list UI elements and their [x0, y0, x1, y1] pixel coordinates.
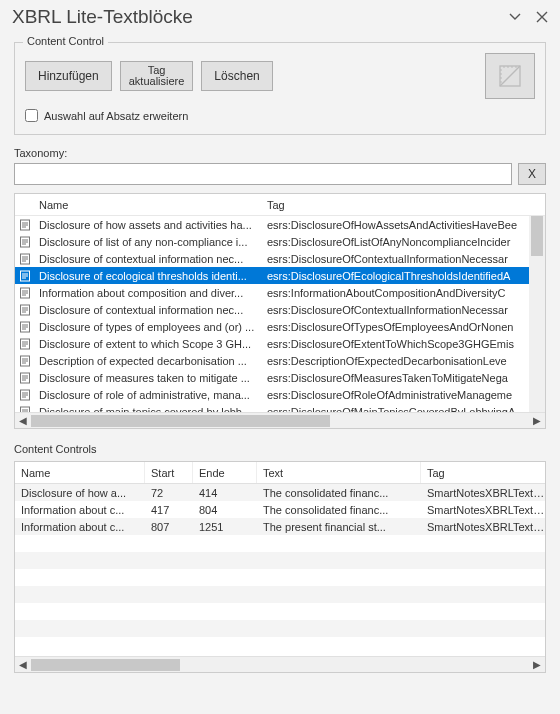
cc-start: 72: [145, 487, 193, 499]
row-name: Disclosure of types of employees and (or…: [35, 321, 263, 333]
table-row[interactable]: Disclosure of types of employees and (or…: [15, 318, 545, 335]
document-icon: [15, 338, 35, 350]
row-name: Disclosure of list of any non-compliance…: [35, 236, 263, 248]
row-tag: esrs:DisclosureOfListOfAnyNoncomplianceI…: [263, 236, 545, 248]
table-row[interactable]: Disclosure of contextual information nec…: [15, 250, 545, 267]
document-icon: [15, 219, 35, 231]
tag-update-button[interactable]: Tag aktualisiere: [120, 61, 194, 91]
document-icon: [15, 355, 35, 367]
row-name: Description of expected decarbonisation …: [35, 355, 263, 367]
document-icon: [15, 321, 35, 333]
table-row[interactable]: Description of expected decarbonisation …: [15, 352, 545, 369]
row-tag: esrs:DisclosureOfHowAssetsAndActivitiesH…: [263, 219, 545, 231]
content-controls-grid: Name Start Ende Text Tag Disclosure of h…: [14, 461, 546, 673]
table-row[interactable]: Disclosure of how a...72414The consolida…: [15, 484, 545, 501]
panel-title: XBRL Lite-Textblöcke: [12, 6, 193, 28]
row-name: Disclosure of contextual information nec…: [35, 253, 263, 265]
scroll-right-icon[interactable]: ▶: [529, 413, 545, 429]
ruler-icon: [496, 62, 524, 90]
row-name: Disclosure of extent to which Scope 3 GH…: [35, 338, 263, 350]
col2-name[interactable]: Name: [15, 462, 145, 483]
taxonomy-grid-body[interactable]: Disclosure of how assets and activities …: [15, 216, 545, 412]
row-tag: esrs:DisclosureOfExtentToWhichScope3GHGE…: [263, 338, 545, 350]
cc-text: The consolidated financ...: [257, 487, 421, 499]
cc-name: Disclosure of how a...: [15, 487, 145, 499]
content-control-group: Content Control Hinzufügen Tag aktualisi…: [14, 42, 546, 135]
table-row[interactable]: Disclosure of list of any non-compliance…: [15, 233, 545, 250]
col2-start[interactable]: Start: [145, 462, 193, 483]
taxonomy-clear-button[interactable]: X: [518, 163, 546, 185]
table-row[interactable]: Disclosure of how assets and activities …: [15, 216, 545, 233]
cc-name: Information about c...: [15, 504, 145, 516]
row-tag: esrs:DisclosureOfMeasuresTakenToMitigate…: [263, 372, 545, 384]
row-name: Disclosure of contextual information nec…: [35, 304, 263, 316]
expand-selection-row[interactable]: Auswahl auf Absatz erweitern: [25, 109, 535, 122]
table-row-empty: [15, 620, 545, 637]
row-name: Disclosure of how assets and activities …: [35, 219, 263, 231]
cc-tag: SmartNotesXBRLTextblockT: [421, 521, 545, 533]
table-row[interactable]: Disclosure of measures taken to mitigate…: [15, 369, 545, 386]
cc-text: The consolidated financ...: [257, 504, 421, 516]
content-controls-body[interactable]: Disclosure of how a...72414The consolida…: [15, 484, 545, 656]
content-controls-label: Content Controls: [14, 443, 546, 455]
cc-start: 417: [145, 504, 193, 516]
document-icon: [15, 253, 35, 265]
document-icon: [15, 287, 35, 299]
cc-tag: SmartNotesXBRLTextblockT: [421, 504, 545, 516]
table-row[interactable]: Disclosure of role of administrative, ma…: [15, 386, 545, 403]
col-header-name[interactable]: Name: [35, 199, 263, 211]
expand-selection-label: Auswahl auf Absatz erweitern: [44, 110, 188, 122]
titlebar-controls: [508, 10, 548, 24]
chevron-down-icon[interactable]: [508, 10, 522, 24]
col-header-tag[interactable]: Tag: [263, 199, 545, 211]
close-icon[interactable]: [536, 11, 548, 23]
table-row[interactable]: Information about c...417804The consolid…: [15, 501, 545, 518]
row-name: Information about composition and diver.…: [35, 287, 263, 299]
content-control-legend: Content Control: [23, 35, 108, 47]
expand-selection-checkbox[interactable]: [25, 109, 38, 122]
titlebar: XBRL Lite-Textblöcke: [0, 0, 560, 38]
horizontal-scrollbar-2[interactable]: ◀ ▶: [15, 656, 545, 672]
delete-button[interactable]: Löschen: [201, 61, 272, 91]
cc-start: 807: [145, 521, 193, 533]
table-row[interactable]: Information about composition and diver.…: [15, 284, 545, 301]
row-name: Disclosure of measures taken to mitigate…: [35, 372, 263, 384]
document-icon: [15, 236, 35, 248]
table-row[interactable]: Disclosure of extent to which Scope 3 GH…: [15, 335, 545, 352]
row-tag: esrs:DisclosureOfRoleOfAdministrativeMan…: [263, 389, 545, 401]
document-icon: [15, 372, 35, 384]
col2-text[interactable]: Text: [257, 462, 421, 483]
document-icon: [15, 304, 35, 316]
row-tag: esrs:InformationAboutCompositionAndDiver…: [263, 287, 545, 299]
taxonomy-grid: Name Tag Disclosure of how assets and ac…: [14, 193, 546, 429]
col2-ende[interactable]: Ende: [193, 462, 257, 483]
cc-text: The present financial st...: [257, 521, 421, 533]
horizontal-scrollbar[interactable]: ◀ ▶: [15, 412, 545, 428]
row-name: Disclosure of role of administrative, ma…: [35, 389, 263, 401]
vertical-scrollbar[interactable]: [529, 216, 545, 412]
table-row-empty: [15, 603, 545, 620]
col2-tag[interactable]: Tag: [421, 462, 545, 483]
taxonomy-label: Taxonomy:: [14, 147, 546, 159]
table-row[interactable]: Disclosure of main topics covered by lob…: [15, 403, 545, 412]
scroll-right-icon[interactable]: ▶: [529, 657, 545, 673]
document-icon: [15, 270, 35, 282]
taxonomy-input[interactable]: [14, 163, 512, 185]
table-row-empty: [15, 637, 545, 654]
document-icon: [15, 389, 35, 401]
scroll-left-icon[interactable]: ◀: [15, 657, 31, 673]
table-row[interactable]: Information about c...8071251The present…: [15, 518, 545, 535]
content-controls-header: Name Start Ende Text Tag: [15, 462, 545, 484]
row-name: Disclosure of ecological thresholds iden…: [35, 270, 263, 282]
ruler-tool-button[interactable]: [485, 53, 535, 99]
add-button[interactable]: Hinzufügen: [25, 61, 112, 91]
scroll-left-icon[interactable]: ◀: [15, 413, 31, 429]
table-row-empty: [15, 569, 545, 586]
table-row[interactable]: Disclosure of contextual information nec…: [15, 301, 545, 318]
cc-ende: 1251: [193, 521, 257, 533]
table-row-empty: [15, 535, 545, 552]
content-control-buttons: Hinzufügen Tag aktualisiere Löschen: [25, 53, 535, 99]
row-tag: esrs:DisclosureOfTypesOfEmployeesAndOrNo…: [263, 321, 545, 333]
cc-name: Information about c...: [15, 521, 145, 533]
table-row[interactable]: Disclosure of ecological thresholds iden…: [15, 267, 545, 284]
